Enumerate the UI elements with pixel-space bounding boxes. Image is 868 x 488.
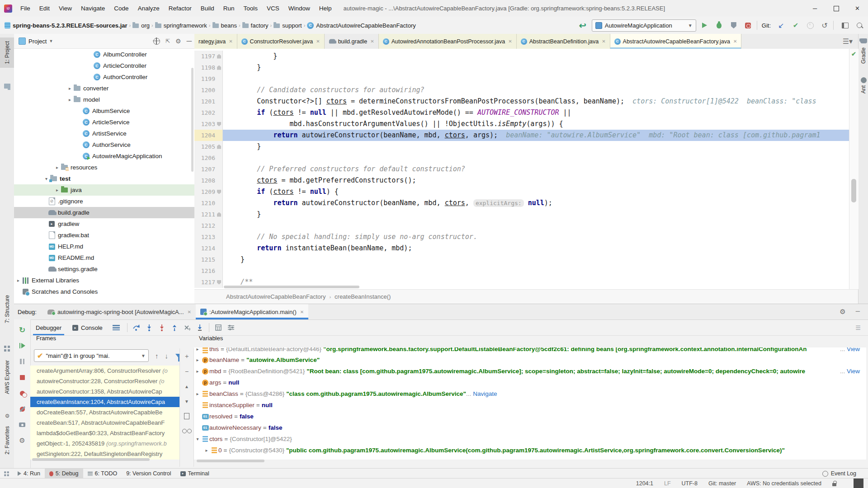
gear-icon[interactable]: ⚙ xyxy=(0,413,14,419)
breadcrumb-item[interactable]: org xyxy=(132,22,150,29)
rollback-button[interactable]: ↺ xyxy=(819,19,830,31)
frames-scrollbar[interactable] xyxy=(32,458,150,461)
tree-item-authorservice[interactable]: CAuthorService xyxy=(14,139,194,150)
tab-build-gradle[interactable]: build.gradle✕ xyxy=(325,34,379,49)
code-line-1211[interactable]: 1211 } xyxy=(194,209,849,220)
chevron-right-icon[interactable]: ▸ xyxy=(203,445,210,456)
code-line-1201[interactable]: 1201 Constructor<?>[] ctors = determineC… xyxy=(194,96,849,107)
tree-item-gradlew[interactable]: ▸gradlew xyxy=(14,218,194,230)
gutter-line-1217[interactable]: 1217 xyxy=(194,277,223,288)
gutter-line-1203[interactable]: 1203 xyxy=(194,118,223,130)
menu-window[interactable]: Window xyxy=(284,5,315,12)
coverage-button[interactable] xyxy=(728,19,740,31)
gutter-line-1197[interactable]: 1197 xyxy=(194,51,223,62)
code-line-1200[interactable]: 1200 // Candidate constructors for autow… xyxy=(194,84,849,96)
gutter-line-1200[interactable]: 1200 xyxy=(194,84,223,96)
debug-button[interactable] xyxy=(713,19,725,31)
gutter-line-1208[interactable]: 1208 xyxy=(194,175,223,186)
close-icon[interactable]: ✕ xyxy=(188,310,191,314)
menu-code[interactable]: Code xyxy=(109,5,133,12)
git-update-button[interactable]: ↙ xyxy=(775,19,787,31)
project-scrollbar[interactable] xyxy=(191,68,193,172)
evaluate-icon[interactable] xyxy=(212,322,225,333)
chevron-right-icon[interactable]: ▸ xyxy=(194,388,201,399)
frame-row[interactable]: autowireConstructor:1358, AbstractAutowi… xyxy=(30,386,179,397)
code-line-1208[interactable]: 1208 ctors = mbd.getPreferredConstructor… xyxy=(194,175,849,186)
gutter-line-1213[interactable]: 1213 xyxy=(194,231,223,243)
variable-row-beanClass[interactable]: ▸beanClass= {Class@4286}"class com.githu… xyxy=(194,388,866,399)
variable-row-this[interactable]: ▸this= {DefaultListableBeanFactory@446}"… xyxy=(194,347,866,354)
close-icon[interactable]: ✕ xyxy=(229,39,232,44)
link-view[interactable]: ... View xyxy=(837,347,860,351)
gutter-line-1202[interactable]: 1202 xyxy=(194,107,223,118)
tree-item-artistservice[interactable]: CArtistService xyxy=(14,128,194,139)
gutter-line-1201[interactable]: 1201 xyxy=(194,96,223,107)
resume-icon[interactable] xyxy=(14,340,30,352)
arrow-up-icon[interactable]: ↑ xyxy=(155,352,159,360)
variable-row-beanName[interactable]: ▸pbeanName= "autowire.AlbumService" xyxy=(194,354,866,366)
debug-session-tab-main[interactable]: :AutowireMagicApplication.main()✕ xyxy=(196,304,308,319)
aws-credentials[interactable]: AWS: No credentials selected xyxy=(747,480,821,487)
hide-panel-icon[interactable]: ─ xyxy=(187,37,192,45)
threads-view-icon[interactable] xyxy=(113,325,120,330)
breadcrumb-item[interactable]: spring-beans-5.2.3.RELEASE-sources.jar xyxy=(5,22,127,29)
drop-frame-icon[interactable] xyxy=(181,322,193,333)
arrow-down-icon[interactable]: ↓ xyxy=(165,352,169,360)
menu-navigate[interactable]: Navigate xyxy=(76,5,109,12)
step-over-icon[interactable] xyxy=(130,322,143,333)
toolwindow-button-9-version-control[interactable]: 9: Version Control xyxy=(122,469,175,479)
line-separator[interactable]: LF xyxy=(664,480,671,487)
breadcrumb-method[interactable]: createBeanInstance() xyxy=(335,293,391,300)
variable-row-mbd[interactable]: ▸pmbd= {RootBeanDefinition@5421}"Root be… xyxy=(194,366,866,377)
back-arrow-icon[interactable]: ↩ xyxy=(579,20,586,31)
tab-debugger[interactable]: Debugger xyxy=(30,320,67,335)
code-line-1212[interactable]: 1212 xyxy=(194,220,849,231)
menu-refactor[interactable]: Refactor xyxy=(164,5,196,12)
caret-position[interactable]: 1204:1 xyxy=(636,480,653,487)
panel-layout-icon[interactable] xyxy=(839,19,851,31)
code-line-1215[interactable]: 1215 } xyxy=(194,254,849,265)
gutter-line-1214[interactable]: 1214 xyxy=(194,243,223,254)
frame-row[interactable]: getObject:-1, 2052435819 (org.springfram… xyxy=(30,438,179,449)
tree-item-resources[interactable]: ▸resources xyxy=(14,162,194,173)
history-button[interactable] xyxy=(804,19,816,31)
collapse-all-icon[interactable]: ⇱ xyxy=(165,38,170,44)
variable-row-ctors[interactable]: ▾ctors= {Constructor[1]@5422} xyxy=(194,433,866,445)
close-icon[interactable]: ✕ xyxy=(508,39,512,44)
chevron-down-icon[interactable]: ▼ xyxy=(49,39,53,43)
link-label[interactable]: View xyxy=(847,347,860,352)
menu-help[interactable]: Help xyxy=(315,5,336,12)
chevron-right-icon[interactable]: ▸ xyxy=(66,97,73,102)
run-configuration-select[interactable]: AutowireMagicApplication ▼ xyxy=(592,19,696,32)
code-line-1207[interactable]: 1207 // Preferred constructors for defau… xyxy=(194,164,849,175)
breadcrumb-item[interactable]: factory xyxy=(242,22,269,29)
sidebar-item-gradle[interactable]: Gradle xyxy=(859,47,868,64)
file-encoding[interactable]: UTF-8 xyxy=(682,480,698,487)
locate-file-icon[interactable] xyxy=(153,38,160,45)
close-icon[interactable]: ✕ xyxy=(370,39,374,44)
tree-item-albumservice[interactable]: CAlbumService xyxy=(14,105,194,117)
frame-row[interactable]: createBeanInstance:1204, AbstractAutowir… xyxy=(30,397,179,407)
git-branch[interactable]: Git: master xyxy=(708,480,736,487)
tree-item--gitignore[interactable]: .gitignore xyxy=(14,196,194,207)
gutter-line-1215[interactable]: 1215 xyxy=(194,254,223,265)
duplicate-icon[interactable] xyxy=(180,411,193,422)
variable-row-args[interactable]: pargs= null xyxy=(194,377,866,388)
thread-selector[interactable]: ✔ "main"@1 in group "mai. ▼ xyxy=(34,349,149,362)
event-log-button[interactable]: Event Log xyxy=(822,470,868,477)
close-button[interactable]: ✕ xyxy=(847,0,868,17)
gutter-line-1207[interactable]: 1207 xyxy=(194,164,223,175)
gear-icon[interactable]: ⚙ xyxy=(840,308,845,316)
editor-horizontal-scrollbar[interactable] xyxy=(224,286,359,288)
gutter-line-1209[interactable]: 1209 xyxy=(194,186,223,197)
tab-abstractbeandefinition-java[interactable]: CAbstractBeanDefinition.java✕ xyxy=(517,34,610,49)
chevron-right-icon[interactable]: ▸ xyxy=(15,278,22,283)
tree-item-test[interactable]: ▾test xyxy=(14,173,194,184)
chevron-down-icon[interactable]: ▾ xyxy=(194,433,201,445)
menu-edit[interactable]: Edit xyxy=(35,5,54,12)
step-out-icon[interactable] xyxy=(168,322,181,333)
close-icon[interactable]: ✕ xyxy=(300,310,304,314)
link-view[interactable]: ... View xyxy=(837,366,860,377)
link-label[interactable]: View xyxy=(847,368,860,375)
code-line-1197[interactable]: 1197 } xyxy=(194,51,849,62)
